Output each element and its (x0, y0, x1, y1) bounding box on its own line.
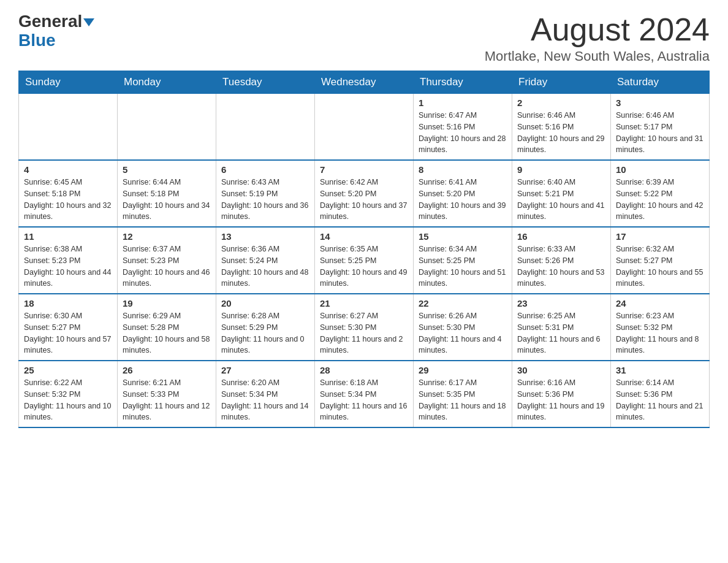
day-info: Sunrise: 6:25 AMSunset: 5:31 PMDaylight:… (517, 310, 605, 356)
table-row: 12Sunrise: 6:37 AMSunset: 5:23 PMDayligh… (118, 227, 216, 294)
calendar-week-row: 4Sunrise: 6:45 AMSunset: 5:18 PMDaylight… (19, 160, 710, 227)
day-info: Sunrise: 6:32 AMSunset: 5:27 PMDaylight:… (616, 243, 704, 289)
calendar-week-row: 1Sunrise: 6:47 AMSunset: 5:16 PMDaylight… (19, 94, 710, 161)
day-number: 26 (123, 365, 211, 375)
table-row: 11Sunrise: 6:38 AMSunset: 5:23 PMDayligh… (19, 227, 118, 294)
location-subtitle: Mortlake, New South Wales, Australia (485, 48, 710, 64)
calendar-week-row: 18Sunrise: 6:30 AMSunset: 5:27 PMDayligh… (19, 294, 710, 361)
table-row: 28Sunrise: 6:18 AMSunset: 5:34 PMDayligh… (315, 361, 414, 427)
logo: GeneralBlue (18, 12, 94, 50)
table-row: 26Sunrise: 6:21 AMSunset: 5:33 PMDayligh… (118, 361, 216, 427)
day-info: Sunrise: 6:30 AMSunset: 5:27 PMDaylight:… (24, 310, 112, 356)
day-info: Sunrise: 6:33 AMSunset: 5:26 PMDaylight:… (517, 243, 605, 289)
day-info: Sunrise: 6:29 AMSunset: 5:28 PMDaylight:… (123, 310, 211, 356)
day-info: Sunrise: 6:14 AMSunset: 5:36 PMDaylight:… (616, 377, 704, 423)
table-row: 17Sunrise: 6:32 AMSunset: 5:27 PMDayligh… (611, 227, 710, 294)
table-row: 4Sunrise: 6:45 AMSunset: 5:18 PMDaylight… (19, 160, 118, 227)
day-info: Sunrise: 6:45 AMSunset: 5:18 PMDaylight:… (24, 177, 112, 223)
logo-blue: Blue (18, 31, 56, 50)
day-number: 16 (517, 231, 605, 242)
day-number: 31 (616, 365, 704, 375)
table-row: 5Sunrise: 6:44 AMSunset: 5:18 PMDaylight… (118, 160, 216, 227)
day-number: 6 (221, 164, 309, 175)
table-row: 16Sunrise: 6:33 AMSunset: 5:26 PMDayligh… (512, 227, 611, 294)
day-info: Sunrise: 6:46 AMSunset: 5:17 PMDaylight:… (616, 110, 704, 156)
day-number: 9 (517, 164, 605, 175)
logo-text: GeneralBlue (18, 12, 94, 50)
header-thursday: Thursday (414, 71, 512, 94)
table-row: 22Sunrise: 6:26 AMSunset: 5:30 PMDayligh… (414, 294, 512, 361)
table-row (315, 94, 414, 161)
day-number: 28 (320, 365, 408, 375)
table-row: 3Sunrise: 6:46 AMSunset: 5:17 PMDaylight… (611, 94, 710, 161)
day-number: 25 (24, 365, 112, 375)
day-number: 22 (419, 298, 507, 308)
day-number: 5 (123, 164, 211, 175)
table-row: 18Sunrise: 6:30 AMSunset: 5:27 PMDayligh… (19, 294, 118, 361)
header-saturday: Saturday (611, 71, 710, 94)
title-block: August 2024 Mortlake, New South Wales, A… (485, 12, 710, 64)
day-info: Sunrise: 6:41 AMSunset: 5:20 PMDaylight:… (419, 177, 507, 223)
page-header: GeneralBlue August 2024 Mortlake, New So… (18, 12, 710, 64)
day-info: Sunrise: 6:47 AMSunset: 5:16 PMDaylight:… (419, 110, 507, 156)
table-row: 1Sunrise: 6:47 AMSunset: 5:16 PMDaylight… (414, 94, 512, 161)
day-info: Sunrise: 6:36 AMSunset: 5:24 PMDaylight:… (221, 243, 309, 289)
day-number: 1 (419, 98, 507, 108)
table-row: 10Sunrise: 6:39 AMSunset: 5:22 PMDayligh… (611, 160, 710, 227)
day-info: Sunrise: 6:46 AMSunset: 5:16 PMDaylight:… (517, 110, 605, 156)
day-info: Sunrise: 6:44 AMSunset: 5:18 PMDaylight:… (123, 177, 211, 223)
table-row (118, 94, 216, 161)
day-number: 15 (419, 231, 507, 242)
table-row (19, 94, 118, 161)
table-row: 14Sunrise: 6:35 AMSunset: 5:25 PMDayligh… (315, 227, 414, 294)
day-number: 14 (320, 231, 408, 242)
day-info: Sunrise: 6:35 AMSunset: 5:25 PMDaylight:… (320, 243, 408, 289)
day-info: Sunrise: 6:43 AMSunset: 5:19 PMDaylight:… (221, 177, 309, 223)
table-row: 13Sunrise: 6:36 AMSunset: 5:24 PMDayligh… (216, 227, 315, 294)
day-number: 19 (123, 298, 211, 308)
day-info: Sunrise: 6:38 AMSunset: 5:23 PMDaylight:… (24, 243, 112, 289)
table-row: 19Sunrise: 6:29 AMSunset: 5:28 PMDayligh… (118, 294, 216, 361)
day-info: Sunrise: 6:27 AMSunset: 5:30 PMDaylight:… (320, 310, 408, 356)
day-number: 18 (24, 298, 112, 308)
calendar-week-row: 11Sunrise: 6:38 AMSunset: 5:23 PMDayligh… (19, 227, 710, 294)
month-year-title: August 2024 (485, 12, 710, 47)
header-tuesday: Tuesday (216, 71, 315, 94)
day-info: Sunrise: 6:34 AMSunset: 5:25 PMDaylight:… (419, 243, 507, 289)
table-row: 24Sunrise: 6:23 AMSunset: 5:32 PMDayligh… (611, 294, 710, 361)
day-number: 2 (517, 98, 605, 108)
table-row: 23Sunrise: 6:25 AMSunset: 5:31 PMDayligh… (512, 294, 611, 361)
day-number: 23 (517, 298, 605, 308)
day-number: 24 (616, 298, 704, 308)
day-info: Sunrise: 6:17 AMSunset: 5:35 PMDaylight:… (419, 377, 507, 423)
table-row: 21Sunrise: 6:27 AMSunset: 5:30 PMDayligh… (315, 294, 414, 361)
day-number: 3 (616, 98, 704, 108)
day-info: Sunrise: 6:22 AMSunset: 5:32 PMDaylight:… (24, 377, 112, 423)
calendar-table: Sunday Monday Tuesday Wednesday Thursday… (18, 71, 710, 428)
table-row: 8Sunrise: 6:41 AMSunset: 5:20 PMDaylight… (414, 160, 512, 227)
table-row (216, 94, 315, 161)
table-row: 20Sunrise: 6:28 AMSunset: 5:29 PMDayligh… (216, 294, 315, 361)
day-info: Sunrise: 6:39 AMSunset: 5:22 PMDaylight:… (616, 177, 704, 223)
day-number: 29 (419, 365, 507, 375)
header-sunday: Sunday (19, 71, 118, 94)
table-row: 27Sunrise: 6:20 AMSunset: 5:34 PMDayligh… (216, 361, 315, 427)
day-number: 12 (123, 231, 211, 242)
table-row: 30Sunrise: 6:16 AMSunset: 5:36 PMDayligh… (512, 361, 611, 427)
day-number: 11 (24, 231, 112, 242)
header-friday: Friday (512, 71, 611, 94)
table-row: 9Sunrise: 6:40 AMSunset: 5:21 PMDaylight… (512, 160, 611, 227)
day-info: Sunrise: 6:37 AMSunset: 5:23 PMDaylight:… (123, 243, 211, 289)
day-number: 30 (517, 365, 605, 375)
day-number: 7 (320, 164, 408, 175)
day-info: Sunrise: 6:21 AMSunset: 5:33 PMDaylight:… (123, 377, 211, 423)
day-number: 21 (320, 298, 408, 308)
header-monday: Monday (118, 71, 216, 94)
calendar-header-row: Sunday Monday Tuesday Wednesday Thursday… (19, 71, 710, 94)
table-row: 31Sunrise: 6:14 AMSunset: 5:36 PMDayligh… (611, 361, 710, 427)
day-info: Sunrise: 6:16 AMSunset: 5:36 PMDaylight:… (517, 377, 605, 423)
day-number: 20 (221, 298, 309, 308)
day-info: Sunrise: 6:20 AMSunset: 5:34 PMDaylight:… (221, 377, 309, 423)
table-row: 2Sunrise: 6:46 AMSunset: 5:16 PMDaylight… (512, 94, 611, 161)
day-info: Sunrise: 6:18 AMSunset: 5:34 PMDaylight:… (320, 377, 408, 423)
